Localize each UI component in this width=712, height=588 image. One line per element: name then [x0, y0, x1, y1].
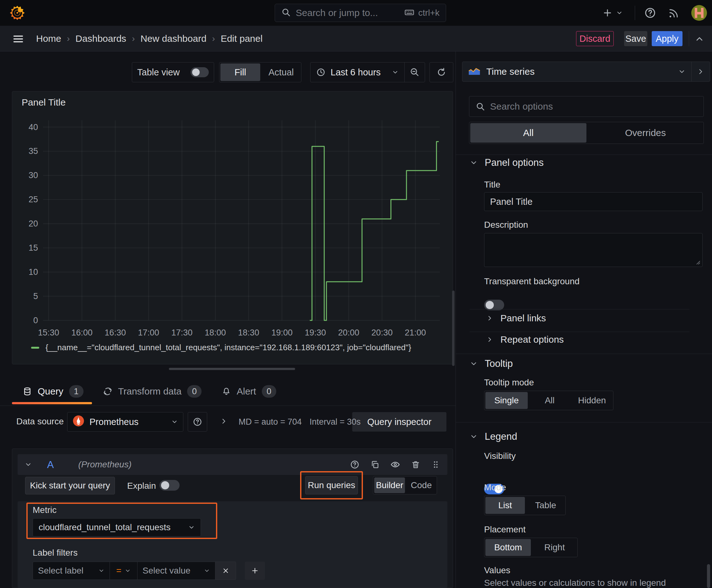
news-feed-icon[interactable]	[668, 7, 679, 20]
panel-options-header[interactable]: Panel options	[470, 157, 544, 168]
explain-toggle[interactable]	[159, 480, 179, 491]
breadcrumb-dashboards[interactable]: Dashboards	[75, 33, 126, 44]
discard-button[interactable]: Discard	[576, 31, 614, 46]
drag-handle-icon[interactable]	[431, 460, 440, 469]
tab-all[interactable]: All	[470, 123, 586, 143]
operator-dropdown[interactable]: =	[110, 562, 137, 580]
chevron-down-icon	[470, 360, 478, 368]
left-pane-scrollbar[interactable]	[452, 291, 455, 366]
kickstart-query-button[interactable]: Kick start your query	[25, 477, 115, 495]
top-nav-bar: Search or jump to... ctrl+k	[0, 0, 712, 26]
svg-text:17:00: 17:00	[138, 328, 159, 337]
chevron-down-icon	[98, 568, 105, 574]
table-view-control: Table view	[132, 62, 214, 82]
collapse-header-button[interactable]	[694, 34, 705, 45]
row-divider	[470, 332, 689, 332]
placement-bottom-option[interactable]: Bottom	[486, 539, 531, 556]
zoom-out-icon	[410, 67, 420, 77]
placement-right-option[interactable]: Right	[532, 538, 577, 557]
visualization-picker[interactable]: Time series	[462, 62, 710, 82]
remove-filter-button[interactable]	[215, 562, 236, 580]
trash-icon[interactable]	[411, 460, 420, 469]
tooltip-hidden-option[interactable]: Hidden	[571, 391, 613, 410]
options-expander[interactable]	[220, 417, 228, 426]
hamburger-menu-button[interactable]	[13, 33, 24, 46]
tab-query-count: 1	[69, 385, 84, 398]
code-option[interactable]: Code	[406, 477, 437, 494]
global-search-box[interactable]: Search or jump to... ctrl+k	[275, 4, 446, 22]
time-range-label: Last 6 hours	[330, 67, 387, 78]
metric-select[interactable]: cloudflared_tunnel_total_requests	[33, 518, 201, 537]
chart-legend[interactable]: {__name__="cloudflared_tunnel_total_requ…	[31, 343, 411, 352]
refresh-button[interactable]	[429, 62, 453, 82]
resize-drag-handle[interactable]	[169, 368, 295, 370]
query-options-stats: MD = auto = 704	[239, 417, 302, 427]
tooltip-single-option[interactable]: Single	[486, 392, 528, 409]
builder-option[interactable]: Builder	[374, 478, 405, 493]
search-options-box[interactable]: Search options	[469, 96, 704, 117]
svg-text:30: 30	[28, 171, 38, 180]
legend-mode-list-option[interactable]: List	[486, 497, 525, 514]
zoom-out-button[interactable]	[405, 67, 425, 77]
select-value-dropdown[interactable]: Select value	[137, 562, 215, 580]
legend-values-help: Select values or calculations to show in…	[484, 578, 666, 588]
all-overrides-tabs: All Overrides	[469, 122, 704, 144]
tab-transform[interactable]: Transform data 0	[103, 385, 201, 398]
tooltip-title: Tooltip	[485, 358, 513, 370]
panel-links-header[interactable]: Panel links	[486, 313, 546, 323]
tooltip-mode-segmented: Single All Hidden	[484, 391, 613, 410]
tab-query[interactable]: Query 1	[23, 385, 84, 398]
time-range-picker[interactable]: Last 6 hours	[310, 67, 404, 78]
chevron-right-icon	[220, 417, 228, 425]
eye-icon[interactable]	[390, 460, 400, 469]
svg-text:20:00: 20:00	[338, 328, 360, 337]
breadcrumb-new-dashboard[interactable]: New dashboard	[140, 33, 206, 44]
resize-handle-icon[interactable]	[695, 260, 700, 265]
transparent-bg-toggle[interactable]	[484, 300, 504, 310]
select-value-placeholder: Select value	[143, 566, 199, 576]
panel-title-input[interactable]	[484, 192, 703, 211]
select-label-dropdown[interactable]: Select label	[33, 562, 110, 580]
help-button[interactable]	[644, 7, 656, 20]
query-inspector-button[interactable]: Query inspector	[352, 412, 447, 432]
datasource-picker[interactable]: Prometheus	[67, 412, 184, 432]
chevron-down-icon	[24, 461, 32, 468]
tooltip-header[interactable]: Tooltip	[470, 358, 513, 370]
svg-text:20:30: 20:30	[371, 328, 393, 337]
transform-icon	[103, 387, 112, 396]
tab-overrides[interactable]: Overrides	[587, 122, 704, 144]
grafana-logo-icon[interactable]	[9, 4, 26, 23]
datasource-help-button[interactable]	[188, 412, 207, 432]
svg-text:0: 0	[33, 316, 38, 325]
run-queries-button[interactable]: Run queries	[305, 476, 358, 495]
legend-header[interactable]: Legend	[470, 431, 517, 442]
apply-button[interactable]: Apply	[652, 31, 683, 46]
database-icon	[23, 387, 32, 396]
new-menu-button[interactable]	[602, 6, 623, 20]
actual-option[interactable]: Actual	[261, 63, 301, 82]
tab-alert[interactable]: Alert 0	[222, 385, 276, 398]
save-button[interactable]: Save	[624, 31, 647, 46]
sidebar-scrollbar[interactable]	[707, 564, 710, 588]
legend-visibility-label: Visibility	[484, 451, 516, 461]
repeat-options-header[interactable]: Repeat options	[486, 334, 564, 345]
tooltip-all-option[interactable]: All	[528, 391, 571, 410]
collapse-options-button[interactable]	[692, 67, 710, 76]
duplicate-icon[interactable]	[370, 460, 380, 469]
breadcrumb-home[interactable]: Home	[36, 33, 61, 44]
help-icon[interactable]	[350, 460, 360, 469]
table-view-toggle[interactable]	[191, 67, 209, 77]
title-field-label: Title	[484, 180, 500, 190]
query-row-header[interactable]: A (Prometheus)	[18, 454, 447, 475]
description-textarea[interactable]	[484, 233, 703, 267]
legend-mode-table-option[interactable]: Table	[526, 496, 565, 515]
fill-option[interactable]: Fill	[220, 63, 260, 81]
legend-mode-segmented: List Table	[484, 496, 566, 515]
add-filter-button[interactable]	[245, 562, 265, 580]
panel-title: Panel Title	[22, 97, 66, 108]
svg-text:5: 5	[33, 292, 38, 301]
time-series-chart[interactable]: 051015202530354015:3016:0016:3017:0017:3…	[20, 117, 444, 343]
avatar[interactable]	[691, 5, 707, 21]
chevron-right-icon	[486, 336, 494, 343]
tab-alert-count: 0	[262, 385, 276, 398]
